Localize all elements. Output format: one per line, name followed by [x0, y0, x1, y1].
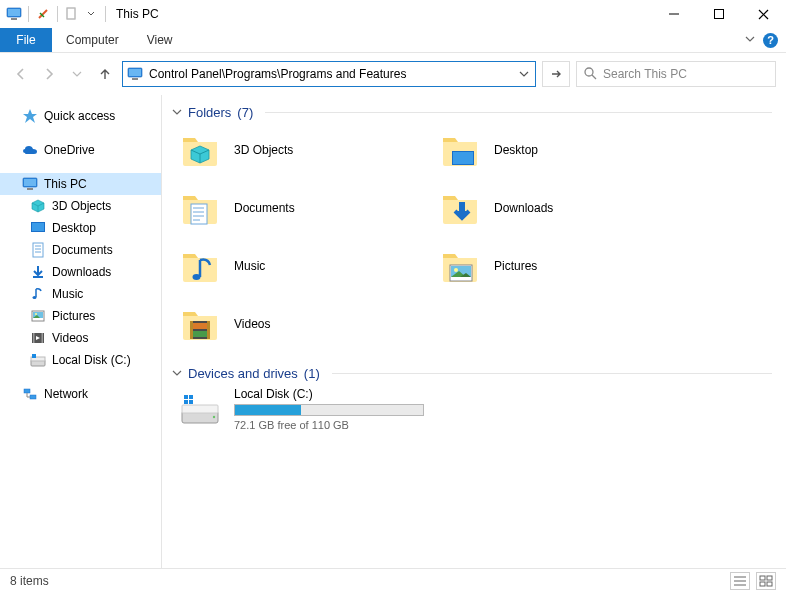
- folder-3d-objects[interactable]: 3D Objects: [178, 126, 438, 174]
- nav-network[interactable]: Network: [0, 383, 161, 405]
- 3d-objects-icon: [30, 198, 46, 214]
- qat-properties-icon[interactable]: [35, 6, 51, 22]
- status-item-count: 8 items: [10, 574, 49, 588]
- svg-rect-23: [32, 223, 44, 231]
- address-dropdown-icon[interactable]: [513, 69, 535, 79]
- svg-rect-63: [190, 321, 193, 339]
- svg-rect-10: [129, 69, 141, 76]
- svg-rect-41: [24, 389, 30, 393]
- svg-rect-1: [8, 9, 20, 16]
- svg-rect-71: [189, 395, 193, 399]
- nav-3d-objects[interactable]: 3D Objects: [0, 195, 161, 217]
- qat-new-icon[interactable]: [64, 6, 80, 22]
- svg-rect-64: [207, 321, 210, 339]
- svg-rect-79: [760, 582, 765, 586]
- address-row: Control Panel\Programs\Programs and Feat…: [0, 53, 786, 95]
- folders-grid: 3D Objects Desktop Documents: [178, 126, 772, 348]
- nav-local-disk[interactable]: Local Disk (C:): [0, 349, 161, 371]
- address-icon: [123, 66, 147, 82]
- minimize-button[interactable]: [651, 0, 696, 28]
- ribbon-tabs: File Computer View ?: [0, 28, 786, 53]
- this-pc-icon: [6, 6, 22, 22]
- folder-icon: [438, 128, 482, 172]
- status-bar: 8 items: [0, 568, 786, 592]
- search-box[interactable]: Search This PC: [576, 61, 776, 87]
- drive-info: Local Disk (C:) 72.1 GB free of 110 GB: [234, 387, 424, 431]
- svg-rect-11: [132, 78, 138, 80]
- nav-downloads[interactable]: Downloads: [0, 261, 161, 283]
- main-area: Quick access OneDrive This PC 3D Objects…: [0, 95, 786, 568]
- title-bar: This PC: [0, 0, 786, 28]
- ribbon-expand-icon[interactable]: [745, 33, 755, 47]
- nav-quick-access[interactable]: Quick access: [0, 105, 161, 127]
- go-refresh-button[interactable]: [542, 61, 570, 87]
- drive-icon: [178, 387, 222, 431]
- nav-onedrive[interactable]: OneDrive: [0, 139, 161, 161]
- svg-rect-40: [32, 354, 36, 358]
- onedrive-icon: [22, 142, 38, 158]
- svg-rect-3: [67, 8, 75, 19]
- help-button[interactable]: ?: [763, 33, 778, 48]
- back-button[interactable]: [10, 63, 32, 85]
- pictures-icon: [30, 308, 46, 324]
- svg-rect-66: [193, 331, 207, 337]
- nav-pictures[interactable]: Pictures: [0, 305, 161, 327]
- nav-documents[interactable]: Documents: [0, 239, 161, 261]
- window-controls: [651, 0, 786, 28]
- folder-desktop[interactable]: Desktop: [438, 126, 698, 174]
- folder-icon: [438, 186, 482, 230]
- view-tab[interactable]: View: [133, 28, 187, 52]
- nav-videos[interactable]: Videos: [0, 327, 161, 349]
- desktop-icon: [30, 220, 46, 236]
- svg-rect-73: [189, 400, 193, 404]
- folder-icon: [438, 244, 482, 288]
- svg-point-59: [454, 268, 458, 272]
- svg-point-69: [213, 416, 215, 418]
- svg-rect-36: [42, 333, 44, 343]
- svg-point-56: [193, 274, 201, 280]
- quick-access-icon: [22, 108, 38, 124]
- svg-rect-2: [11, 18, 17, 20]
- group-header-folders[interactable]: Folders (7): [172, 105, 772, 120]
- folder-pictures[interactable]: Pictures: [438, 242, 698, 290]
- svg-rect-77: [760, 576, 765, 580]
- computer-tab[interactable]: Computer: [52, 28, 133, 52]
- drive-local-disk-c[interactable]: Local Disk (C:) 72.1 GB free of 110 GB: [178, 387, 772, 431]
- this-pc-icon: [22, 176, 38, 192]
- nav-this-pc[interactable]: This PC: [0, 173, 161, 195]
- svg-rect-24: [33, 243, 43, 257]
- drive-icon: [30, 352, 46, 368]
- music-icon: [30, 286, 46, 302]
- documents-icon: [30, 242, 46, 258]
- svg-rect-42: [30, 395, 36, 399]
- forward-button[interactable]: [38, 63, 60, 85]
- details-view-button[interactable]: [730, 572, 750, 590]
- drive-usage-bar: [234, 404, 424, 416]
- downloads-icon: [30, 264, 46, 280]
- search-icon: [583, 66, 597, 83]
- folder-documents[interactable]: Documents: [178, 184, 438, 232]
- navigation-pane: Quick access OneDrive This PC 3D Objects…: [0, 95, 162, 568]
- nav-desktop[interactable]: Desktop: [0, 217, 161, 239]
- chevron-down-icon: [172, 366, 182, 381]
- close-button[interactable]: [741, 0, 786, 28]
- nav-music[interactable]: Music: [0, 283, 161, 305]
- svg-rect-72: [184, 400, 188, 404]
- group-header-devices[interactable]: Devices and drives (1): [172, 366, 772, 381]
- drive-name: Local Disk (C:): [234, 387, 424, 401]
- qat-dropdown-icon[interactable]: [83, 6, 99, 22]
- svg-rect-16: [24, 179, 36, 186]
- svg-point-12: [585, 68, 593, 76]
- svg-rect-80: [767, 582, 772, 586]
- folder-music[interactable]: Music: [178, 242, 438, 290]
- file-tab[interactable]: File: [0, 28, 52, 52]
- address-text[interactable]: Control Panel\Programs\Programs and Feat…: [147, 67, 513, 81]
- maximize-button[interactable]: [696, 0, 741, 28]
- folder-downloads[interactable]: Downloads: [438, 184, 698, 232]
- svg-rect-48: [453, 152, 473, 164]
- folder-videos[interactable]: Videos: [178, 300, 438, 348]
- address-bar[interactable]: Control Panel\Programs\Programs and Feat…: [122, 61, 536, 87]
- recent-locations-button[interactable]: [66, 63, 88, 85]
- up-button[interactable]: [94, 63, 116, 85]
- large-icons-view-button[interactable]: [756, 572, 776, 590]
